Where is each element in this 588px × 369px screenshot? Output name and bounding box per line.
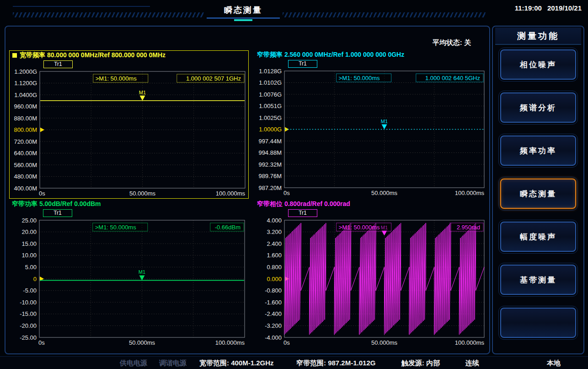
chart-title: 窄带功率 5.00dB/Ref 0.00dBm [12, 200, 101, 208]
svg-text:989.76M: 989.76M [258, 173, 282, 179]
title-underline [207, 17, 280, 19]
svg-text:20.00: 20.00 [21, 228, 37, 235]
svg-text:M1: M1 [139, 90, 146, 95]
clock-date: 2019/10/21 [547, 4, 582, 12]
trace-selector[interactable]: Tr1 [43, 60, 73, 68]
svg-text:-0.66dBm: -0.66dBm [215, 224, 241, 231]
trace-label: Tr1 [54, 61, 62, 67]
svg-text:1.000 002 507 1GHz: 1.000 002 507 1GHz [186, 75, 241, 82]
svg-text:2.950rad: 2.950rad [457, 224, 480, 231]
chart-title: 宽带频率 80.000 000 0MHz/Ref 800.000 000 0MH… [20, 51, 166, 60]
status-bar: 供电电源 调谐电源 宽带范围: 400M-1.2GHz 窄带范围: 987.2M… [0, 356, 588, 369]
chart-title-row: 窄带频率 2.560 000 0MHz/Ref 1.000 000 000 0G… [254, 50, 488, 60]
svg-text:M1: M1 [381, 119, 388, 124]
header-deco-line [13, 6, 150, 7]
svg-text:1.1200G: 1.1200G [14, 80, 37, 87]
svg-text:-3.200: -3.200 [265, 322, 282, 329]
status-local: 本地 [547, 359, 561, 368]
svg-text:994.88M: 994.88M [258, 149, 282, 156]
marker-triangle-icon [382, 125, 387, 130]
svg-text:3.200: 3.200 [267, 228, 282, 235]
svg-text:560.00M: 560.00M [14, 162, 37, 168]
svg-text:100.000ms: 100.000ms [216, 190, 246, 197]
page-title: 瞬态测量 [207, 5, 280, 16]
svg-text:1.0076G: 1.0076G [259, 91, 282, 98]
svg-text:2.400: 2.400 [267, 240, 282, 247]
svg-text:0s: 0s [283, 339, 290, 346]
svg-text:1.2000G: 1.2000G [14, 69, 37, 75]
svg-text:50.000ms: 50.000ms [129, 190, 156, 197]
svg-text:>M1: 50.000ms: >M1: 50.000ms [339, 224, 380, 231]
chart-title-row: 窄带功率 5.00dB/Ref 0.00dBm [9, 200, 249, 209]
plot-area: 1.2000G1.1200G1.0400G960.00M880.00M800.0… [10, 69, 247, 199]
svg-text:-15.00: -15.00 [20, 310, 37, 317]
chart-narrowband-phase[interactable]: 窄带相位 0.800rad/Ref 0.000rad Tr1 4.0003.20… [254, 200, 488, 349]
svg-text:987.20M: 987.20M [258, 184, 282, 191]
svg-text:0s: 0s [283, 190, 290, 196]
sidebar-item-amplitude-noise[interactable]: 幅度噪声 [500, 222, 576, 252]
header-hatch-right [283, 12, 486, 17]
svg-text:960.00M: 960.00M [14, 103, 37, 110]
svg-text:-4.000: -4.000 [265, 334, 282, 341]
trace-selector[interactable]: Tr1 [288, 209, 317, 217]
instrument-screen: 瞬态测量 11:19:002019/10/21 平均状态: 关 宽带频率 80.… [0, 0, 588, 369]
marker-triangle-icon [140, 96, 145, 101]
chart-narrowband-power[interactable]: 窄带功率 5.00dB/Ref 0.00dBm Tr1 25.0020.0015… [9, 200, 249, 349]
svg-text:50.000ms: 50.000ms [129, 339, 155, 346]
sidebar-item-phase-noise[interactable]: 相位噪声 [500, 49, 576, 80]
svg-text:1.0400G: 1.0400G [14, 92, 37, 98]
sidebar-item-label: 瞬态测量 [520, 189, 556, 199]
trace-label: Tr1 [53, 210, 62, 216]
svg-text:1.0128G: 1.0128G [259, 68, 282, 75]
svg-text:-20.00: -20.00 [20, 322, 37, 329]
sidebar-item-empty[interactable] [500, 308, 576, 338]
chart-title-row: 宽带频率 80.000 000 0MHz/Ref 800.000 000 0MH… [10, 51, 248, 60]
plot-area: 25.0020.0015.0010.005.000-5.00-10.00-15.… [9, 217, 247, 348]
status-tuning-supply: 调谐电源 [159, 359, 187, 368]
svg-text:M1: M1 [139, 269, 145, 275]
svg-text:4.000: 4.000 [267, 217, 282, 224]
sidebar-item-label: 相位噪声 [520, 60, 556, 70]
svg-text:1.000 002 640 5GHz: 1.000 002 640 5GHz [425, 75, 480, 81]
clock-time: 11:19:00 [515, 4, 542, 12]
svg-text:-10.00: -10.00 [20, 299, 37, 306]
status-wideband-range: 宽带范围: 400M-1.2GHz [199, 359, 274, 368]
sidebar-item-spectrum-analysis[interactable]: 频谱分析 [500, 92, 576, 123]
plot-area: 1.0128G1.0102G1.0076G1.0051G1.0025G1.000… [254, 68, 486, 198]
average-status: 平均状态: 关 [433, 38, 471, 47]
sidebar-item-frequency-power[interactable]: 频率功率 [500, 136, 576, 166]
svg-text:>M1: 50.000ms: >M1: 50.000ms [339, 75, 380, 81]
svg-text:1.0025G: 1.0025G [259, 114, 282, 121]
status-trigger-source: 触发源: 内部 [401, 359, 440, 368]
svg-text:0s: 0s [39, 190, 45, 197]
sidebar-item-label: 幅度噪声 [520, 232, 556, 242]
svg-text:997.44M: 997.44M [258, 138, 282, 145]
svg-text:100.000ms: 100.000ms [215, 339, 245, 346]
svg-text:992.32M: 992.32M [258, 161, 282, 168]
sidebar-item-transient-measurement[interactable]: 瞬态测量 [500, 179, 576, 209]
chart-title: 窄带相位 0.800rad/Ref 0.000rad [257, 200, 350, 208]
chart-title-row: 窄带相位 0.800rad/Ref 0.000rad [254, 200, 488, 209]
sidebar-title: 测量功能 [495, 27, 581, 45]
clock: 11:19:002019/10/21 [515, 4, 582, 12]
svg-text:50.000ms: 50.000ms [371, 339, 398, 346]
marker-triangle-icon [139, 275, 145, 280]
svg-text:640.00M: 640.00M [14, 150, 37, 157]
svg-text:880.00M: 880.00M [14, 115, 37, 122]
svg-text:720.00M: 720.00M [14, 138, 37, 145]
sidebar-item-label: 频谱分析 [520, 103, 556, 113]
trace-selector[interactable]: Tr1 [43, 209, 72, 217]
sidebar-item-label: 频率功率 [520, 146, 556, 156]
svg-text:5.00: 5.00 [25, 264, 37, 271]
chart-narrowband-frequency[interactable]: 窄带频率 2.560 000 0MHz/Ref 1.000 000 000 0G… [254, 50, 488, 199]
trace-selector[interactable]: Tr1 [288, 60, 317, 68]
chart-wideband-frequency[interactable]: 宽带频率 80.000 000 0MHz/Ref 800.000 000 0MH… [9, 50, 249, 199]
svg-text:25.00: 25.00 [21, 217, 37, 224]
sidebar-item-baseband-measurement[interactable]: 基带测量 [500, 265, 576, 295]
svg-text:1.0051G: 1.0051G [259, 103, 282, 109]
svg-text:0s: 0s [38, 339, 45, 346]
svg-text:1.0102G: 1.0102G [259, 79, 282, 86]
plot-area: 4.0003.2002.4001.6000.8000.000-0.800-1.6… [254, 217, 486, 348]
measurement-panel: 平均状态: 关 宽带频率 80.000 000 0MHz/Ref 800.000… [5, 26, 490, 354]
sidebar-measurement-functions: 测量功能 相位噪声 频谱分析 频率功率 瞬态测量 幅度噪声 基带测量 [492, 26, 584, 354]
